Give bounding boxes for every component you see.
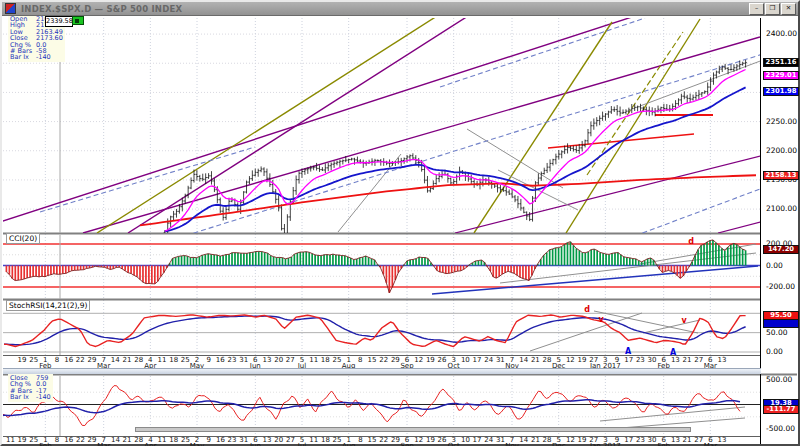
cursor-price-box: 2339.58 — [45, 16, 73, 27]
x-axis-day-label: 15 — [368, 357, 377, 364]
minimize-button[interactable]: – — [749, 3, 764, 15]
x-axis-day-label: 23 — [228, 437, 237, 444]
x-axis-day-label: 29 — [88, 437, 97, 444]
app-icon — [5, 3, 16, 14]
x-axis-day-label: 14 — [519, 357, 528, 364]
x-axis-day-label: 25 — [333, 357, 342, 364]
x-axis-day-label: 31 — [496, 437, 505, 444]
data-box-row: Bar Ix-140 — [10, 54, 63, 60]
maximize-button[interactable]: ❐ — [765, 3, 780, 15]
x-axis-day-label: 8 — [55, 437, 59, 444]
lower-scrollbar-thumb[interactable] — [135, 427, 691, 432]
x-axis-day-label: 28 — [543, 437, 552, 444]
x-axis-day-label: 23 — [228, 357, 237, 364]
x-axis-day-label: 31 — [239, 357, 248, 364]
x-axis-month-label: Aug — [342, 443, 356, 446]
x-axis-day-label: 16 — [64, 437, 73, 444]
price-badge: 95.50 — [763, 311, 799, 320]
x-axis-day-label: 19 — [578, 437, 587, 444]
annotation-letter: d — [688, 237, 694, 246]
x-axis-day-label: 18 — [321, 357, 330, 364]
price-badge — [763, 319, 799, 328]
price-badge: 2158.13 — [763, 171, 799, 180]
chart-window: INDEX.$SPX.D — S&P 500 INDEX – ❐ ✕ 2339.… — [0, 0, 800, 446]
price-badge: 2301.98 — [763, 87, 799, 96]
close-button[interactable]: ✕ — [781, 3, 796, 15]
x-axis-day-label: 18 — [169, 357, 178, 364]
x-axis-day-label: 21 — [531, 437, 540, 444]
x-axis-day-label: 23 — [636, 357, 645, 364]
x-axis-day-label: 25 — [29, 357, 38, 364]
x-axis-day-label: 11 — [158, 357, 167, 364]
x-axis-day-label: 23 — [636, 437, 645, 444]
x-axis-day-label: 9 — [207, 437, 211, 444]
x-axis-day-label: 13 — [718, 357, 727, 364]
axis-tick-label: 2250.00 — [766, 118, 797, 126]
x-axis-day-label: 21 — [123, 437, 132, 444]
axis-tick-label: 500.00 — [766, 376, 792, 384]
axis-tick-label: -200.00 — [766, 283, 795, 291]
axis-tick-label: -500.00 — [766, 425, 795, 433]
x-axis-day-label: 19 — [426, 437, 435, 444]
x-axis-day-label: 8 — [55, 357, 59, 364]
x-axis-month-label: Nov — [505, 443, 519, 446]
x-axis-day-label: 19 — [578, 357, 587, 364]
x-axis-day-label: 8 — [358, 357, 362, 364]
x-axis-day-label: 13 — [671, 437, 680, 444]
x-axis-day-label: 30 — [648, 437, 657, 444]
x-axis-day-label: 24 — [484, 437, 493, 444]
x-axis-day-label: 12 — [414, 357, 423, 364]
x-axis-month-label: Feb — [39, 443, 51, 446]
x-axis-month-label: Mar — [97, 443, 110, 446]
x-axis-day-label: 29 — [391, 437, 400, 444]
x-axis-day-label: 21 — [683, 357, 692, 364]
x-axis-day-label: 19 — [18, 357, 27, 364]
x-axis-day-label: 14 — [519, 437, 528, 444]
x-axis-day-label: 29 — [391, 357, 400, 364]
annotation-letter: v — [598, 315, 603, 324]
x-axis-day-label: 18 — [169, 437, 178, 444]
x-axis-day-label: 31 — [239, 437, 248, 444]
window-titlebar[interactable]: INDEX.$SPX.D — S&P 500 INDEX – ❐ ✕ — [2, 2, 798, 16]
x-axis-day-label: 15 — [368, 437, 377, 444]
x-axis-day-label: 27 — [286, 357, 295, 364]
overlay-layer: 2339.58 Open2168.83High2177.09Low2163.49… — [2, 2, 798, 444]
x-axis-day-label: 28 — [543, 357, 552, 364]
x-axis-day-label: 11 — [6, 437, 15, 444]
x-axis-day-label: 11 — [309, 357, 318, 364]
x-axis-month-label: Dec — [552, 443, 566, 446]
window-title: INDEX.$SPX.D — S&P 500 INDEX — [21, 4, 182, 14]
window-buttons: – ❐ ✕ — [748, 3, 796, 15]
axis-tick-label: 2400.00 — [766, 30, 797, 38]
x-axis-day-label: 10 — [461, 357, 470, 364]
x-axis-day-label: 8 — [358, 437, 362, 444]
x-axis-day-label: 21 — [123, 357, 132, 364]
upper-scrollbar[interactable] — [3, 368, 761, 374]
x-axis-day-label: 25 — [333, 437, 342, 444]
x-axis-day-label: 20 — [274, 357, 283, 364]
x-axis-day-label: 26 — [438, 357, 447, 364]
period-badge[interactable] — [72, 16, 84, 25]
x-axis-day-label: 28 — [134, 357, 143, 364]
data-box-row: Bar Ix-140 — [10, 394, 51, 400]
x-axis-day-label: 18 — [321, 437, 330, 444]
x-axis-day-label: 31 — [496, 357, 505, 364]
x-axis-day-label: 13 — [718, 437, 727, 444]
x-axis-day-label: 9 — [206, 357, 210, 364]
chart-area: 2339.58 Open2168.83High2177.09Low2163.49… — [2, 2, 798, 444]
x-axis-day-label: 13 — [671, 357, 680, 364]
x-axis-day-label: 22 — [76, 437, 85, 444]
x-axis-day-label: 26 — [438, 437, 447, 444]
annotation-letter: v — [681, 316, 686, 325]
x-axis-day-label: 24 — [484, 357, 493, 364]
x-axis-month-label: Feb — [658, 443, 670, 446]
price-badge: 147.20 — [763, 245, 799, 254]
x-axis-day-label: 19 — [18, 437, 27, 444]
x-axis-day-label: 13 — [263, 357, 272, 364]
annotation-letter: A — [670, 348, 676, 357]
x-axis-day-label: 11 — [309, 437, 318, 444]
axis-tick-label: 2200.00 — [766, 147, 797, 155]
x-axis-month-label: May — [190, 443, 204, 446]
x-axis-day-label: 17 — [624, 437, 633, 444]
x-axis-day-label: 29 — [88, 357, 97, 364]
